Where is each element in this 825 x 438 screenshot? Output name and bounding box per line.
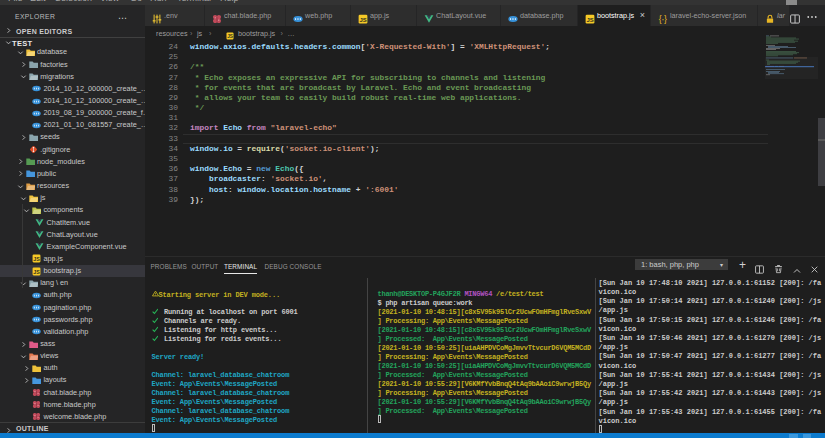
svg-text:JS: JS (33, 256, 40, 262)
svg-text:}: } (664, 14, 667, 24)
svg-text:JS: JS (587, 16, 594, 22)
svg-text:JS: JS (360, 16, 367, 22)
svg-text:JS: JS (33, 269, 40, 275)
svg-text:JS: JS (227, 34, 233, 39)
svg-text:{: { (659, 14, 662, 24)
